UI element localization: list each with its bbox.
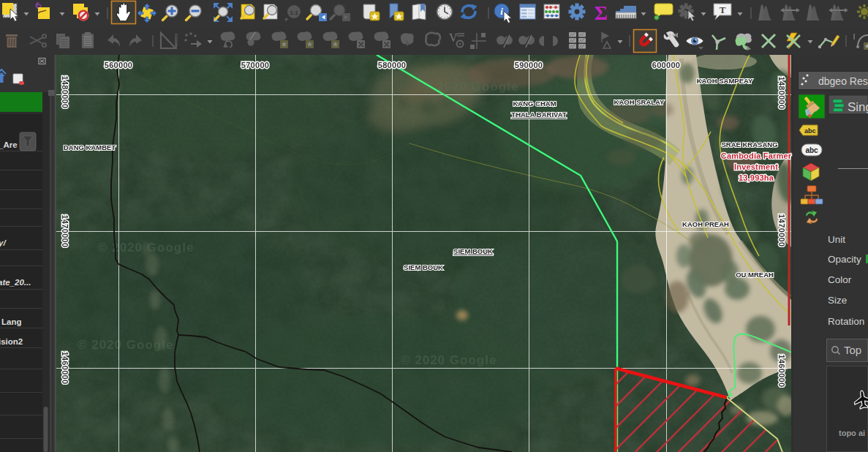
svg-text:KAOH PREAH: KAOH PREAH: [682, 220, 729, 228]
svg-text:1:1: 1:1: [290, 10, 298, 16]
svg-text:560000: 560000: [105, 61, 133, 69]
svg-text:Rotation: Rotation: [828, 316, 864, 327]
svg-text:1470000: 1470000: [61, 215, 69, 248]
svg-text:ate_20...: ate_20...: [0, 278, 31, 287]
svg-text:SRAE KRASANG: SRAE KRASANG: [721, 140, 777, 148]
svg-text:© 2020 Google: © 2020 Google: [98, 241, 194, 255]
svg-text:© 2020 Google: © 2020 Google: [401, 353, 497, 367]
svg-text:Color: Color: [828, 274, 852, 285]
svg-text:1470000: 1470000: [777, 214, 786, 247]
svg-text:topo ai: topo ai: [839, 429, 865, 437]
svg-text:_Are: _Are: [0, 140, 18, 149]
svg-text:Σ: Σ: [595, 1, 608, 24]
svg-text:abc: abc: [805, 146, 818, 154]
svg-text:570000: 570000: [241, 61, 270, 69]
svg-text:1460000: 1460000: [777, 355, 786, 388]
svg-text:ision2: ision2: [0, 337, 23, 346]
svg-text:Sing: Sing: [848, 100, 868, 114]
svg-text:13,993ha: 13,993ha: [739, 173, 774, 182]
svg-text:KANG CHAM: KANG CHAM: [513, 99, 556, 108]
svg-text:SIEM BOUK: SIEM BOUK: [404, 263, 443, 271]
svg-text:590000: 590000: [515, 61, 543, 69]
svg-text:Size: Size: [828, 295, 847, 306]
svg-text:580000: 580000: [378, 61, 407, 69]
svg-text:Investment: Investment: [734, 162, 778, 171]
svg-text:Opacity: Opacity: [828, 254, 861, 265]
svg-text:KAOH SAMPEAY: KAOH SAMPEAY: [697, 77, 753, 85]
svg-text:T: T: [720, 4, 726, 15]
svg-text:Cambodia Farmer: Cambodia Farmer: [721, 151, 792, 160]
svg-text:SIEM BOUK: SIEM BOUK: [453, 247, 493, 255]
svg-text:1480000: 1480000: [777, 77, 786, 110]
svg-text:V: V: [449, 31, 458, 44]
svg-text:DANG KAMBET: DANG KAMBET: [64, 143, 116, 151]
svg-text:© 2020 Google: © 2020 Google: [78, 338, 173, 352]
svg-text:THALA BARIVAT: THALA BARIVAT: [511, 110, 566, 118]
svg-text:1460000: 1460000: [61, 352, 69, 385]
svg-text:Lang: Lang: [1, 317, 21, 326]
svg-text:Unit: Unit: [828, 234, 845, 245]
svg-text:1480000: 1480000: [61, 76, 69, 109]
svg-text:Top: Top: [844, 344, 861, 356]
svg-text:600000: 600000: [652, 61, 681, 69]
svg-text:OU MREAH: OU MREAH: [736, 271, 774, 279]
svg-text:i: i: [500, 6, 503, 17]
svg-text:dbgeo Res: dbgeo Res: [818, 75, 868, 87]
svg-text:abc: abc: [804, 127, 816, 135]
svg-text:KAOH SRALAY: KAOH SRALAY: [614, 98, 665, 106]
